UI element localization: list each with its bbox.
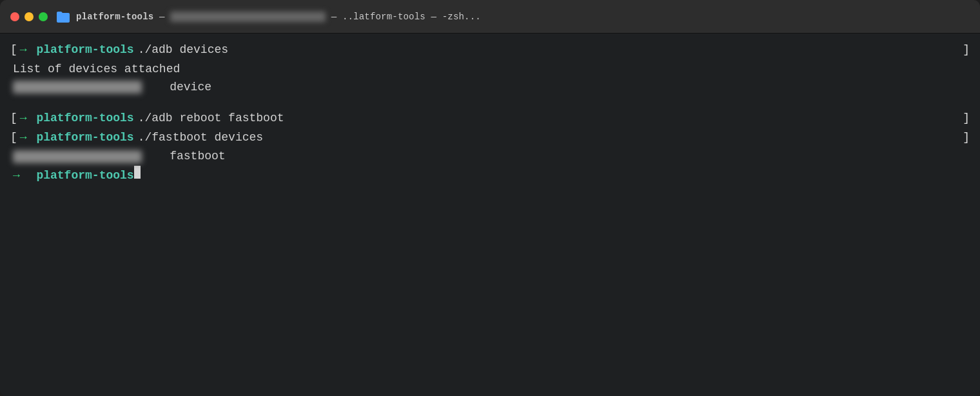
bracket-open-3: [ [10, 129, 17, 147]
cmd-3: ./fastboot devices [138, 129, 263, 147]
fastboot-label: fastboot [149, 150, 226, 163]
prompt-line-active: → platform-tools [10, 166, 970, 185]
close-button[interactable] [10, 12, 19, 21]
dir-active: platform-tools [23, 167, 134, 185]
titlebar: platform-tools — •••••••••••••••••••••••… [0, 0, 980, 34]
bracket-open-2: [ [10, 110, 17, 128]
arrow-3: → [20, 129, 27, 147]
spacer-1 [10, 97, 970, 110]
redacted-device-id [13, 81, 142, 94]
arrow-active: → [13, 167, 20, 185]
bracket-close-1: ] [963, 41, 970, 59]
command-line-3: [ → platform-tools ./fastboot devices ] [10, 129, 970, 147]
bracket-open-1: [ [10, 41, 17, 59]
maximize-button[interactable] [39, 12, 48, 21]
cursor [134, 166, 141, 179]
bracket-close-3: ] [963, 129, 970, 147]
output-redacted-2: fastboot [10, 148, 970, 166]
dir-3: platform-tools [30, 129, 134, 147]
output-redacted-1: device [10, 79, 970, 97]
terminal-body[interactable]: [ → platform-tools ./adb devices ] List … [0, 34, 980, 396]
cmd-1: ./adb devices [138, 41, 228, 59]
arrow-2: → [20, 110, 27, 128]
output-line-1: List of devices attached [10, 61, 970, 79]
blurred-path: •••••••••••••••••••••••••••• [170, 12, 326, 22]
terminal-window: platform-tools — •••••••••••••••••••••••… [0, 0, 980, 396]
cmd-2: ./adb reboot fastboot [138, 110, 284, 128]
bracket-close-2: ] [963, 110, 970, 128]
minimize-button[interactable] [24, 12, 34, 21]
dir-2: platform-tools [30, 110, 134, 128]
command-line-2: [ → platform-tools ./adb reboot fastboot… [10, 110, 970, 128]
command-line-1: [ → platform-tools ./adb devices ] [10, 41, 970, 59]
titlebar-text: platform-tools — •••••••••••••••••••••••… [76, 12, 481, 22]
dir-1: platform-tools [30, 41, 134, 59]
device-label: device [149, 81, 211, 94]
folder-icon [55, 10, 71, 23]
arrow-1: → [20, 41, 27, 59]
redacted-fastboot-id [13, 150, 142, 163]
traffic-lights [10, 12, 48, 21]
